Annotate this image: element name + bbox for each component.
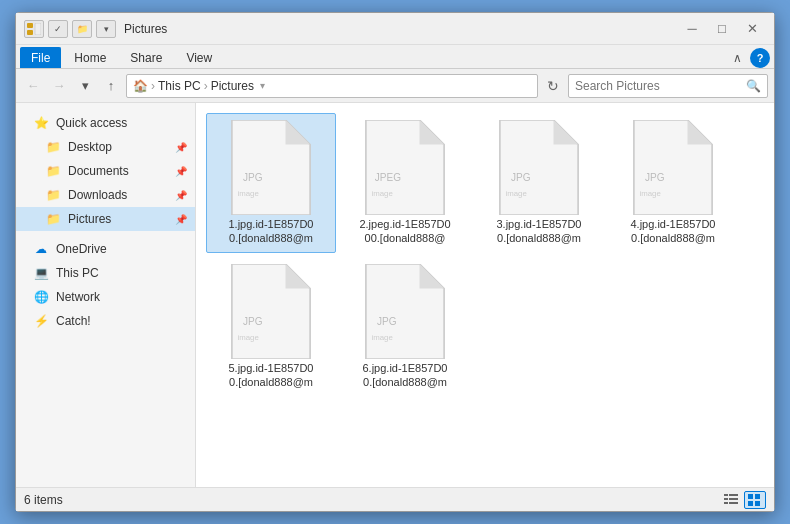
file-icon-5: JPG image	[231, 264, 311, 359]
sidebar-item-network[interactable]: 🌐 Network	[16, 285, 195, 309]
back-button[interactable]: ←	[22, 75, 44, 97]
file-name-2: 2.jpeg.id-1E857D000.[donald888@mail.fr].…	[359, 217, 450, 246]
file-item-4[interactable]: JPG image 4.jpg.id-1E857D00.[donald888@m…	[608, 113, 738, 253]
file-icon-1: JPG image	[231, 120, 311, 215]
sidebar-item-label: Documents	[68, 164, 129, 178]
minimize-button[interactable]: ─	[678, 19, 706, 39]
path-dropdown-arrow[interactable]: ▾	[260, 80, 265, 91]
file-item-6[interactable]: JPG image 6.jpg.id-1E857D00.[donald888@m…	[340, 257, 470, 397]
search-box[interactable]: 🔍	[568, 74, 768, 98]
thispc-icon: 💻	[32, 264, 50, 282]
forward-button[interactable]: →	[48, 75, 70, 97]
sidebar-item-label: Pictures	[68, 212, 111, 226]
svg-text:JPG: JPG	[243, 172, 263, 183]
file-area: JPG image 1.jpg.id-1E857D00.[donald888@m…	[196, 103, 774, 487]
sidebar-item-label: Downloads	[68, 188, 127, 202]
file-item-3[interactable]: JPG image 3.jpg.id-1E857D00.[donald888@m…	[474, 113, 604, 253]
quick-access-dropdown[interactable]: ▾	[96, 20, 116, 38]
file-item-1[interactable]: JPG image 1.jpg.id-1E857D00.[donald888@m…	[206, 113, 336, 253]
tab-file[interactable]: File	[20, 47, 61, 68]
path-home-icon: 🏠	[133, 79, 148, 93]
close-button[interactable]: ✕	[738, 19, 766, 39]
svg-rect-31	[729, 498, 738, 500]
onedrive-icon: ☁	[32, 240, 50, 258]
file-icon-4: JPG image	[633, 120, 713, 215]
search-icon: 🔍	[746, 79, 761, 93]
file-name-6: 6.jpg.id-1E857D00.[donald888@mail.fr].88…	[362, 361, 447, 390]
history-dropdown-button[interactable]: ▾	[74, 75, 96, 97]
search-input[interactable]	[575, 79, 746, 93]
sidebar-item-downloads[interactable]: 📁 Downloads 📌	[16, 183, 195, 207]
maximize-button[interactable]: □	[708, 19, 736, 39]
address-bar: ← → ▾ ↑ 🏠 › This PC › Pictures ▾ ↻ 🔍	[16, 69, 774, 103]
documents-folder-icon: 📁	[44, 162, 62, 180]
files-grid: JPG image 1.jpg.id-1E857D00.[donald888@m…	[196, 103, 774, 487]
sidebar-item-onedrive[interactable]: ☁ OneDrive	[16, 237, 195, 261]
help-button[interactable]: ?	[750, 48, 770, 68]
svg-rect-36	[755, 501, 760, 506]
title-bar: ✓ 📁 ▾ Pictures ─ □ ✕	[16, 13, 774, 45]
file-name-1: 1.jpg.id-1E857D00.[donald888@mail.fr].88…	[228, 217, 313, 246]
items-label: items	[34, 493, 63, 507]
file-icon-3: JPG image	[499, 120, 579, 215]
pin-icon: 📌	[175, 190, 187, 201]
refresh-button[interactable]: ↻	[542, 75, 564, 97]
svg-rect-2	[35, 23, 41, 35]
svg-rect-35	[748, 501, 753, 506]
svg-text:image: image	[237, 189, 258, 198]
network-icon: 🌐	[32, 288, 50, 306]
tab-share[interactable]: Share	[119, 47, 173, 68]
sidebar-item-label: Network	[56, 290, 100, 304]
svg-text:JPG: JPG	[243, 316, 263, 327]
sidebar-item-thispc[interactable]: 💻 This PC	[16, 261, 195, 285]
sidebar-item-desktop[interactable]: 📁 Desktop 📌	[16, 135, 195, 159]
file-name-3: 3.jpg.id-1E857D00.[donald888@mail.fr].88…	[496, 217, 581, 246]
downloads-folder-icon: 📁	[44, 186, 62, 204]
large-icons-view-button[interactable]	[744, 491, 766, 509]
sidebar: ⭐ Quick access 📁 Desktop 📌 📁 Documents 📌…	[16, 103, 196, 487]
file-item-5[interactable]: JPG image 5.jpg.id-1E857D00.[donald888@m…	[206, 257, 336, 397]
window-title: Pictures	[124, 22, 678, 36]
file-item-2[interactable]: JPEG image 2.jpeg.id-1E857D000.[donald88…	[340, 113, 470, 253]
svg-text:image: image	[639, 189, 660, 198]
tab-home[interactable]: Home	[63, 47, 117, 68]
svg-rect-0	[27, 23, 33, 28]
catch-icon: ⚡	[32, 312, 50, 330]
sidebar-item-label: This PC	[56, 266, 99, 280]
sidebar-item-quick-access[interactable]: ⭐ Quick access	[16, 111, 195, 135]
main-window: ✓ 📁 ▾ Pictures ─ □ ✕ File Home Share Vie…	[15, 12, 775, 512]
address-path[interactable]: 🏠 › This PC › Pictures ▾	[126, 74, 538, 98]
file-name-5: 5.jpg.id-1E857D00.[donald888@mail.fr].88…	[228, 361, 313, 390]
window-controls: ─ □ ✕	[678, 19, 766, 39]
view-buttons	[720, 491, 766, 509]
path-this-pc[interactable]: This PC	[158, 79, 201, 93]
svg-text:JPG: JPG	[511, 172, 531, 183]
sidebar-item-pictures[interactable]: 📁 Pictures 📌	[16, 207, 195, 231]
ribbon-extra: ∧ ?	[729, 48, 770, 68]
svg-text:JPG: JPG	[645, 172, 665, 183]
quick-access-toolbar-icon2[interactable]: ✓	[48, 20, 68, 38]
file-name-4: 4.jpg.id-1E857D00.[donald888@mail.fr].88…	[630, 217, 715, 246]
pictures-folder-icon: 📁	[44, 210, 62, 228]
svg-text:image: image	[237, 333, 258, 342]
sidebar-item-documents[interactable]: 📁 Documents 📌	[16, 159, 195, 183]
ribbon-collapse-arrow[interactable]: ∧	[729, 49, 746, 67]
tab-view[interactable]: View	[175, 47, 223, 68]
title-bar-icons: ✓ 📁 ▾	[24, 20, 116, 38]
up-button[interactable]: ↑	[100, 75, 122, 97]
quick-access-icon: ⭐	[32, 114, 50, 132]
svg-rect-1	[27, 30, 33, 35]
quick-access-toolbar-icon1[interactable]	[24, 20, 44, 38]
sidebar-item-catch[interactable]: ⚡ Catch!	[16, 309, 195, 333]
quick-access-toolbar-icon3[interactable]: 📁	[72, 20, 92, 38]
svg-text:JPEG: JPEG	[375, 172, 401, 183]
svg-rect-34	[755, 494, 760, 499]
path-pictures[interactable]: Pictures	[211, 79, 254, 93]
svg-text:image: image	[371, 333, 392, 342]
sidebar-item-label: Desktop	[68, 140, 112, 154]
status-bar: 6 items	[16, 487, 774, 511]
file-icon-6: JPG image	[365, 264, 445, 359]
file-icon-2: JPEG image	[365, 120, 445, 215]
sidebar-item-label: OneDrive	[56, 242, 107, 256]
list-view-button[interactable]	[720, 491, 742, 509]
